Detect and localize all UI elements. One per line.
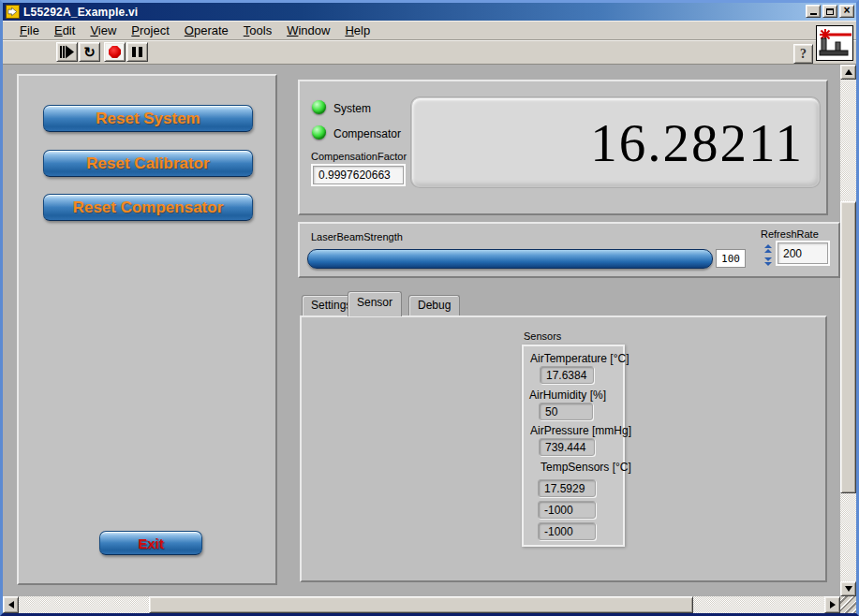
vi-icon[interactable] <box>816 25 853 61</box>
vertical-scrollbar[interactable] <box>840 65 856 596</box>
continuous-run-button[interactable]: ↻ <box>79 42 100 62</box>
numeric-display: 16.28211 <box>411 97 820 187</box>
menu-item-file[interactable]: File <box>12 22 47 39</box>
temp-sensor-value-2: -1000 <box>538 522 596 540</box>
refresh-rate-spinner[interactable] <box>764 244 772 267</box>
menu-item-edit[interactable]: Edit <box>47 22 82 39</box>
spinner-down-icon[interactable] <box>764 257 772 267</box>
system-led <box>312 100 326 114</box>
minimize-button[interactable] <box>806 5 821 18</box>
compensator-led-label: Compensator <box>333 127 401 140</box>
pause-icon <box>132 47 142 57</box>
laser-instrument-icon <box>817 26 852 60</box>
temp-sensor-value-0: 17.5929 <box>538 479 596 497</box>
help-icon: ? <box>800 47 807 62</box>
air-pressure-label: AirPressure [mmHg] <box>530 424 631 437</box>
air-temperature-value: 17.6384 <box>540 366 594 384</box>
help-button[interactable]: ? <box>793 44 813 64</box>
air-humidity-value: 50 <box>539 403 593 420</box>
air-pressure-value: 739.444 <box>539 438 595 456</box>
scroll-right-icon <box>830 601 836 609</box>
menu-item-tools[interactable]: Tools <box>236 22 279 39</box>
close-button[interactable]: × <box>839 5 854 18</box>
scroll-down-button[interactable] <box>840 581 856 596</box>
laser-beam-strength-label: LaserBeamStrength <box>311 231 403 242</box>
temp-sensors-label: TempSensors [°C] <box>541 461 631 474</box>
abort-icon <box>109 46 121 58</box>
reset-compensator-button[interactable]: Reset Compensator <box>43 194 253 221</box>
tab-body-sensor: Sensors AirTemperature [°C] 17.6384 AirH… <box>300 315 827 582</box>
continuous-run-icon: ↻ <box>83 45 96 59</box>
status-panel: System Compensator CompensationFactor 0.… <box>298 80 828 215</box>
air-humidity-label: AirHumidity [%] <box>529 389 606 402</box>
refresh-rate-label: RefreshRate <box>761 228 819 240</box>
maximize-button[interactable] <box>822 5 837 18</box>
labview-window: L55292A_Example.vi × File Edit View Proj… <box>0 0 859 616</box>
air-temperature-label: AirTemperature [°C] <box>530 352 629 365</box>
left-panel: Reset System Reset Calibrator Reset Comp… <box>17 74 277 585</box>
laser-slider-value[interactable]: 100 <box>716 249 746 268</box>
resize-grip[interactable] <box>840 596 856 613</box>
maximize-icon <box>826 8 834 15</box>
menu-item-help[interactable]: Help <box>337 22 378 39</box>
reset-calibrator-button[interactable]: Reset Calibrator <box>43 150 253 177</box>
abort-button[interactable] <box>104 42 126 62</box>
scroll-up-button[interactable] <box>840 65 856 80</box>
tab-sensor[interactable]: Sensor <box>348 291 402 316</box>
menu-item-project[interactable]: Project <box>124 22 176 39</box>
menubar: File Edit View Project Operate Tools Win… <box>3 21 856 40</box>
run-button[interactable] <box>56 42 78 62</box>
vertical-scroll-thumb[interactable] <box>840 201 856 493</box>
scroll-up-icon <box>845 69 852 75</box>
compensation-factor-field[interactable]: 0.9997620663 <box>313 166 404 184</box>
horizontal-scroll-thumb[interactable] <box>149 596 693 613</box>
menu-item-operate[interactable]: Operate <box>177 22 236 39</box>
menu-item-window[interactable]: Window <box>279 22 337 39</box>
menu-item-view[interactable]: View <box>82 22 124 39</box>
run-icon <box>59 45 75 59</box>
sensors-cluster-label: Sensors <box>524 330 561 342</box>
pause-button[interactable] <box>126 42 148 62</box>
scroll-right-button[interactable] <box>824 596 840 613</box>
scroll-down-icon <box>845 586 852 592</box>
laser-beam-strength-slider[interactable] <box>307 249 713 269</box>
tab-debug[interactable]: Debug <box>408 295 460 315</box>
compensator-led <box>312 125 326 139</box>
toolbar: ↻ <box>3 40 856 65</box>
window-title: L55292A_Example.vi <box>23 6 138 19</box>
exit-button[interactable]: Exit <box>99 531 202 555</box>
laser-panel: LaserBeamStrength 100 RefreshRate 200 <box>298 222 840 278</box>
system-led-label: System <box>333 102 371 115</box>
temp-sensor-value-1: -1000 <box>538 501 596 519</box>
titlebar[interactable]: L55292A_Example.vi × <box>3 3 856 21</box>
minimize-icon <box>810 13 817 15</box>
compensation-factor-label: CompensationFactor <box>311 151 407 162</box>
horizontal-scrollbar[interactable] <box>3 596 840 613</box>
sensors-cluster: AirTemperature [°C] 17.6384 AirHumidity … <box>522 345 625 547</box>
front-panel: Reset System Reset Calibrator Reset Comp… <box>3 65 840 596</box>
refresh-rate-field[interactable]: 200 <box>778 242 828 264</box>
scroll-left-button[interactable] <box>3 596 19 613</box>
reset-system-button[interactable]: Reset System <box>43 105 253 132</box>
tab-control: Settings Sensor Debug Sensors AirTempera… <box>300 291 827 582</box>
spinner-up-icon[interactable] <box>764 244 772 254</box>
close-icon: × <box>843 5 850 17</box>
labview-app-icon <box>6 5 20 19</box>
scroll-left-icon <box>8 601 14 609</box>
